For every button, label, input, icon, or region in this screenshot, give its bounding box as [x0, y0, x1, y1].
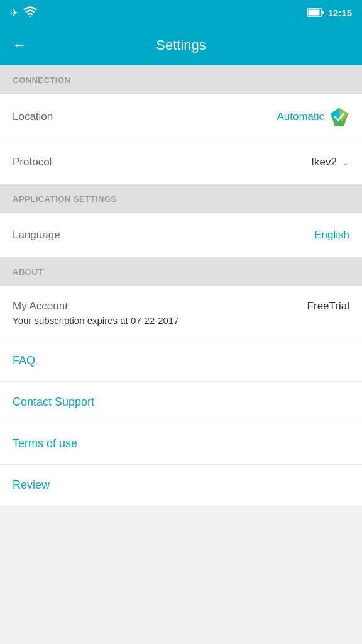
battery-icon: [307, 8, 324, 18]
subscription-text: Your subscription expires at 07-22-2017: [13, 315, 349, 326]
faq-row[interactable]: FAQ: [0, 340, 362, 382]
protocol-row[interactable]: Protocol Ikev2 ⌄: [0, 140, 362, 184]
connection-header-label: CONNECTION: [13, 75, 70, 85]
review-row[interactable]: Review: [0, 465, 362, 506]
location-label: Location: [13, 111, 53, 123]
faq-link[interactable]: FAQ: [13, 354, 35, 367]
wifi-icon: [23, 6, 37, 20]
time-display: 12:15: [328, 8, 352, 18]
status-icons-right: 12:15: [307, 8, 352, 18]
about-header-label: ABOUT: [13, 267, 43, 277]
svg-rect-2: [322, 11, 324, 14]
protocol-value: Ikev2 ⌄: [311, 156, 349, 169]
app-settings-section: Language English: [0, 213, 362, 257]
airplane-icon: ✈: [10, 7, 18, 19]
vpn-logo-icon: [329, 107, 349, 127]
protocol-value-text: Ikev2: [311, 156, 337, 169]
account-value: FreeTrial: [307, 300, 349, 313]
status-icons-left: ✈: [10, 6, 37, 20]
svg-rect-3: [308, 10, 319, 16]
location-value-text: Automatic: [277, 111, 324, 123]
about-section-header: ABOUT: [0, 257, 362, 286]
review-link[interactable]: Review: [13, 479, 50, 491]
svg-point-0: [30, 15, 31, 17]
account-row-header: My Account FreeTrial: [13, 300, 349, 313]
account-row[interactable]: My Account FreeTrial Your subscription e…: [0, 286, 362, 340]
contact-support-row[interactable]: Contact Support: [0, 382, 362, 423]
page-header: ← Settings: [0, 25, 362, 65]
terms-row[interactable]: Terms of use: [0, 423, 362, 465]
language-label: Language: [13, 229, 60, 242]
protocol-chevron-icon: ⌄: [342, 157, 349, 167]
protocol-label: Protocol: [13, 156, 52, 169]
account-label: My Account: [13, 300, 68, 313]
language-row[interactable]: Language English: [0, 213, 362, 257]
page-title: Settings: [13, 37, 349, 53]
app-settings-section-header: APPLICATION SETTINGS: [0, 184, 362, 213]
connection-section: Location Automatic Protocol Ikev2 ⌄: [0, 94, 362, 184]
about-section: My Account FreeTrial Your subscription e…: [0, 286, 362, 506]
status-bar: ✈ 12:15: [0, 0, 362, 25]
contact-support-link[interactable]: Contact Support: [13, 396, 94, 408]
back-button[interactable]: ←: [13, 37, 26, 53]
location-value: Automatic: [277, 107, 349, 127]
connection-section-header: CONNECTION: [0, 65, 362, 94]
app-settings-header-label: APPLICATION SETTINGS: [13, 194, 117, 204]
terms-link[interactable]: Terms of use: [13, 437, 77, 450]
language-value: English: [314, 229, 349, 242]
location-row[interactable]: Location Automatic: [0, 94, 362, 140]
